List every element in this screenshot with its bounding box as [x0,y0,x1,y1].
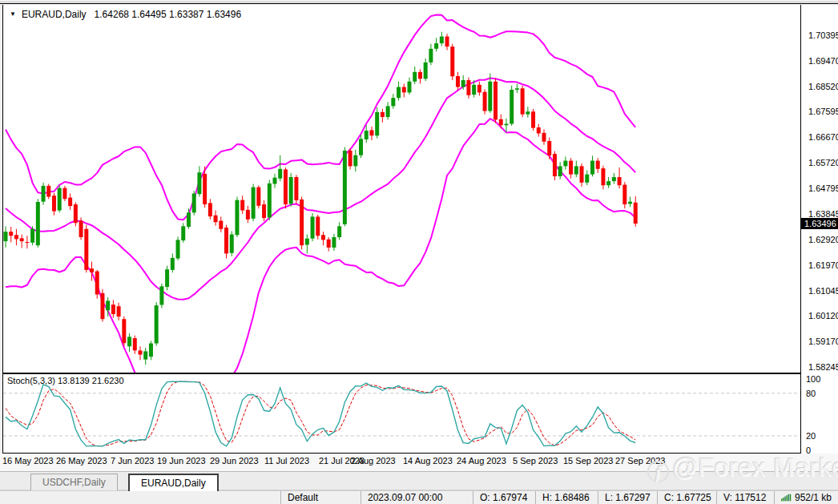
mt4-chart-window: { "symbol_line": { "dropdown_icon": "▼",… [0,0,838,504]
time-axis-label: 24 Aug 2023 [457,456,506,466]
chart-left-border [2,5,3,454]
price-axis-label: 1.65720 [808,158,838,167]
stochastic-pane[interactable] [3,374,800,453]
main-chart-pane[interactable] [3,5,800,373]
chart-dropdown-icon[interactable]: ▼ [10,10,16,18]
current-price-badge: 1.63496 [801,218,838,229]
time-axis-label: 2 Aug 2023 [351,456,396,466]
status-bar: Default 2023.09.07 00:00 O: 1.67974 H: 1… [0,490,838,504]
window-top-edge [0,0,838,4]
status-high: H: 1.68486 [535,491,598,504]
time-axis-label: 29 Jun 2023 [210,456,259,466]
symbol-ohlc-values: 1.64268 1.64495 1.63387 1.63496 [95,9,242,20]
time-axis-label: 5 Sep 2023 [513,456,558,466]
status-profile[interactable]: Default [280,491,361,504]
stoch-axis-label: 80 [806,389,816,398]
status-bar-spacer [0,491,280,504]
price-axis-label: 1.70395 [808,30,838,40]
time-axis-label: 7 Jun 2023 [111,456,154,466]
status-open: O: 1.67974 [473,491,535,504]
status-close: C: 1.67725 [657,491,716,504]
watermark: f@Forex Market King [647,454,838,482]
price-axis-label: 1.69470 [808,56,838,66]
price-axis-label: 1.58245 [808,362,838,372]
connection-traffic: 952/1 kb [795,491,832,504]
price-axis-label: 1.62920 [808,235,838,244]
symbol-ohlc-line: ▼EURAUD,Daily1.64268 1.64495 1.63387 1.6… [10,9,241,20]
time-axis-label: 15 Sep 2023 [563,456,613,466]
price-axis-label: 1.67595 [808,107,838,116]
stoch-axis-label: 20 [806,431,816,441]
status-volume: V: 117512 [716,491,774,504]
price-axis-label: 1.66670 [808,132,838,142]
window-top-edge-highlight [0,2,838,2]
facebook-circle-icon: f [647,461,669,482]
time-axis-label: 19 Jun 2023 [157,456,206,466]
price-axis-label: 1.64795 [808,183,838,193]
status-low: L: 1.67297 [598,491,657,504]
symbol-name: EURAUD,Daily [22,9,87,20]
watermark-text: @Forex Market King [672,454,838,482]
price-axis-label: 1.68520 [808,82,838,91]
stoch-axis-label: 100 [806,374,820,384]
time-axis-label: 16 May 2023 [2,456,54,466]
status-connection: 952/1 kb [774,491,838,504]
tab-euraud-daily[interactable]: EURAUD,Daily [128,474,219,491]
time-axis-label: 11 Jul 2023 [264,456,309,466]
time-axis-label: 14 Aug 2023 [403,456,453,466]
stochastic-indicator-label: Stoch(5,3,3) 13.8139 21.6230 [7,376,124,385]
price-axis-label: 1.60120 [808,311,838,321]
connection-bars-icon [781,493,792,502]
time-axis-label: 26 May 2023 [56,456,107,466]
price-axis-label: 1.61045 [808,286,838,296]
tab-usdchf-daily[interactable]: USDCHF,Daily [30,474,118,490]
price-axis-label: 1.61970 [808,260,838,270]
status-candle-time: 2023.09.07 00:00 [361,491,473,504]
price-axis-label: 1.59170 [808,337,838,346]
